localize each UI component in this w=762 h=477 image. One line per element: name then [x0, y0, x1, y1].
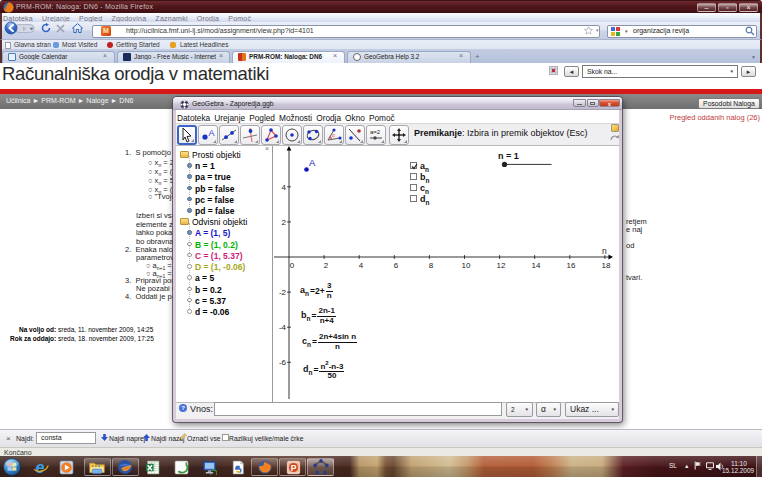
svg-text:12: 12	[497, 261, 506, 270]
svg-text:-4: -4	[279, 323, 287, 332]
svg-text:n = 1: n = 1	[498, 151, 519, 161]
svg-text:A: A	[309, 157, 316, 168]
svg-text:-2: -2	[279, 288, 287, 297]
svg-text:4: 4	[282, 183, 287, 192]
svg-text:8: 8	[429, 261, 434, 270]
svg-text:0: 0	[290, 261, 295, 270]
svg-text:6: 6	[394, 261, 399, 270]
svg-text:16: 16	[567, 261, 576, 270]
svg-text:2: 2	[324, 261, 329, 270]
svg-text:2: 2	[282, 218, 287, 227]
svg-text:18: 18	[602, 261, 611, 270]
svg-text:14: 14	[532, 261, 541, 270]
svg-text:a=2: a=2	[370, 129, 381, 135]
svg-text:-6: -6	[279, 358, 287, 367]
svg-text:α: α	[332, 132, 335, 138]
svg-text:4: 4	[359, 261, 364, 270]
svg-text:A: A	[209, 128, 215, 138]
svg-text:n: n	[602, 246, 607, 256]
svg-text:P: P	[290, 462, 296, 472]
svg-text:10: 10	[462, 261, 471, 270]
svg-text:e: e	[36, 459, 45, 475]
